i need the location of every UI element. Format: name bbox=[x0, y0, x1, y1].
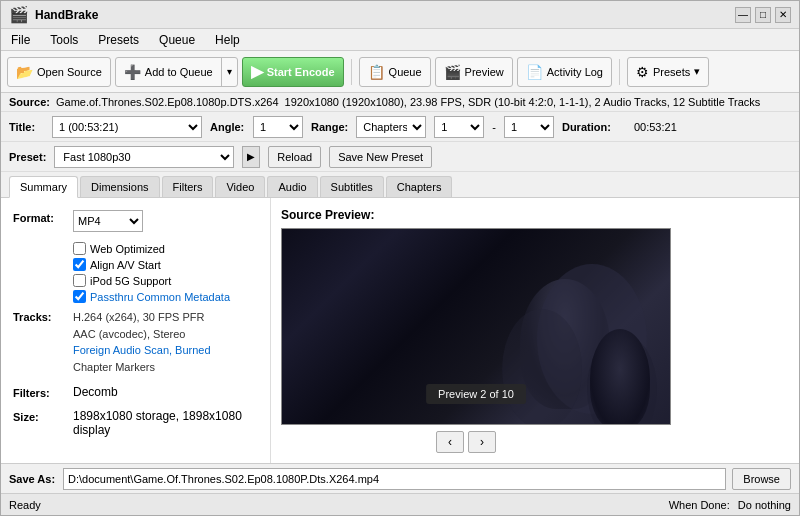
preview-label-btn: Preview bbox=[465, 66, 504, 78]
align-av-label: Align A/V Start bbox=[90, 259, 161, 271]
format-row: Format: MP4 bbox=[13, 210, 258, 232]
save-as-input[interactable] bbox=[63, 468, 726, 490]
activity-log-icon: 📄 bbox=[526, 64, 543, 80]
source-info: Source: Game.of.Thrones.S02.Ep08.1080p.D… bbox=[1, 93, 799, 112]
filters-label: Filters: bbox=[13, 385, 65, 399]
options-group: Web Optimized Align A/V Start iPod 5G Su… bbox=[73, 242, 258, 303]
angle-select[interactable]: 1 bbox=[253, 116, 303, 138]
tab-chapters[interactable]: Chapters bbox=[386, 176, 453, 197]
menu-tools[interactable]: Tools bbox=[44, 31, 84, 49]
presets-dropdown-icon: ▾ bbox=[694, 65, 700, 78]
preview-button[interactable]: 🎬 Preview bbox=[435, 57, 513, 87]
preset-row: Preset: Fast 1080p30 ▶ Reload Save New P… bbox=[1, 142, 799, 172]
title-select[interactable]: 1 (00:53:21) bbox=[52, 116, 202, 138]
menu-queue[interactable]: Queue bbox=[153, 31, 201, 49]
format-content: MP4 bbox=[73, 210, 258, 232]
preview-next-button[interactable]: › bbox=[468, 431, 496, 453]
left-panel: Format: MP4 Web Optimized Align A/V Star… bbox=[1, 198, 271, 463]
add-to-queue-button[interactable]: ➕ Add to Queue ▾ bbox=[115, 57, 238, 87]
chapter-range-separator: - bbox=[492, 121, 496, 133]
title-bar: 🎬 HandBrake — □ ✕ bbox=[1, 1, 799, 29]
tab-filters[interactable]: Filters bbox=[162, 176, 214, 197]
presets-button[interactable]: ⚙ Presets ▾ bbox=[627, 57, 709, 87]
svg-point-2 bbox=[502, 309, 582, 424]
web-optimized-row: Web Optimized bbox=[73, 242, 258, 255]
toolbar-separator-2 bbox=[619, 59, 620, 85]
source-filename: Game.of.Thrones.S02.Ep08.1080p.DTS.x264 bbox=[56, 96, 279, 108]
add-to-queue-main[interactable]: ➕ Add to Queue bbox=[116, 58, 222, 86]
track-line-3: Foreign Audio Scan, Burned bbox=[73, 342, 258, 359]
format-select[interactable]: MP4 bbox=[73, 210, 143, 232]
minimize-button[interactable]: — bbox=[735, 7, 751, 23]
status-bar: Ready When Done: Do nothing bbox=[1, 493, 799, 515]
main-content: Format: MP4 Web Optimized Align A/V Star… bbox=[1, 198, 799, 463]
preset-select[interactable]: Fast 1080p30 bbox=[54, 146, 234, 168]
align-av-checkbox[interactable] bbox=[73, 258, 86, 271]
chapter-to-select[interactable]: 1 bbox=[504, 116, 554, 138]
right-panel: Source Preview: Preview 2 of 10 ‹ › bbox=[271, 198, 799, 463]
filters-content: Decomb bbox=[73, 385, 258, 399]
reload-button[interactable]: Reload bbox=[268, 146, 321, 168]
track-line-1: H.264 (x264), 30 FPS PFR bbox=[73, 309, 258, 326]
web-optimized-checkbox[interactable] bbox=[73, 242, 86, 255]
open-source-label: Open Source bbox=[37, 66, 102, 78]
tracks-label: Tracks: bbox=[13, 309, 65, 323]
tab-dimensions[interactable]: Dimensions bbox=[80, 176, 159, 197]
ipod-5g-checkbox[interactable] bbox=[73, 274, 86, 287]
passthru-checkbox[interactable] bbox=[73, 290, 86, 303]
add-to-queue-label: Add to Queue bbox=[145, 66, 213, 78]
status-bar-right: When Done: Do nothing bbox=[669, 499, 791, 511]
size-row: Size: 1898x1080 storage, 1898x1080 displ… bbox=[13, 409, 258, 437]
open-source-button[interactable]: 📂 Open Source bbox=[7, 57, 111, 87]
open-source-icon: 📂 bbox=[16, 64, 33, 80]
preview-prev-button[interactable]: ‹ bbox=[436, 431, 464, 453]
passthru-label: Passthru Common Metadata bbox=[90, 291, 230, 303]
duration-label: Duration: bbox=[562, 121, 622, 133]
range-select[interactable]: Chapters bbox=[356, 116, 426, 138]
save-new-preset-button[interactable]: Save New Preset bbox=[329, 146, 432, 168]
start-encode-button[interactable]: ▶ Start Encode bbox=[242, 57, 344, 87]
preview-controls: ‹ › bbox=[436, 431, 496, 453]
menu-help[interactable]: Help bbox=[209, 31, 246, 49]
activity-log-button[interactable]: 📄 Activity Log bbox=[517, 57, 612, 87]
close-button[interactable]: ✕ bbox=[775, 7, 791, 23]
ipod-5g-row: iPod 5G Support bbox=[73, 274, 258, 287]
track-line-2: AAC (avcodec), Stereo bbox=[73, 326, 258, 343]
source-label: Source: bbox=[9, 96, 50, 108]
preset-arrow-button[interactable]: ▶ bbox=[242, 146, 260, 168]
start-icon: ▶ bbox=[251, 62, 263, 81]
tab-audio[interactable]: Audio bbox=[267, 176, 317, 197]
save-bar: Save As: Browse bbox=[1, 463, 799, 493]
tab-subtitles[interactable]: Subtitles bbox=[320, 176, 384, 197]
size-value: 1898x1080 storage, 1898x1080 display bbox=[73, 409, 242, 437]
activity-log-label: Activity Log bbox=[547, 66, 603, 78]
add-to-queue-dropdown[interactable]: ▾ bbox=[222, 58, 237, 86]
passthru-row: Passthru Common Metadata bbox=[73, 290, 258, 303]
menu-file[interactable]: File bbox=[5, 31, 36, 49]
presets-label: Presets bbox=[653, 66, 690, 78]
preview-icon: 🎬 bbox=[444, 64, 461, 80]
range-label: Range: bbox=[311, 121, 348, 133]
title-label: Title: bbox=[9, 121, 44, 133]
ipod-5g-label: iPod 5G Support bbox=[90, 275, 171, 287]
preview-container: Preview 2 of 10 bbox=[281, 228, 671, 425]
tab-video[interactable]: Video bbox=[215, 176, 265, 197]
queue-icon: 📋 bbox=[368, 64, 385, 80]
tab-summary[interactable]: Summary bbox=[9, 176, 78, 198]
window-controls: — □ ✕ bbox=[735, 7, 791, 23]
align-av-row: Align A/V Start bbox=[73, 258, 258, 271]
format-label: Format: bbox=[13, 210, 65, 224]
queue-button[interactable]: 📋 Queue bbox=[359, 57, 431, 87]
web-optimized-label: Web Optimized bbox=[90, 243, 165, 255]
status-text: Ready bbox=[9, 499, 41, 511]
app-title: HandBrake bbox=[35, 8, 98, 22]
maximize-button[interactable]: □ bbox=[755, 7, 771, 23]
chapter-from-select[interactable]: 1 bbox=[434, 116, 484, 138]
queue-add-icon: ➕ bbox=[124, 64, 141, 80]
browse-button[interactable]: Browse bbox=[732, 468, 791, 490]
start-encode-label: Start Encode bbox=[267, 66, 335, 78]
queue-label: Queue bbox=[389, 66, 422, 78]
presets-icon: ⚙ bbox=[636, 64, 649, 80]
menu-presets[interactable]: Presets bbox=[92, 31, 145, 49]
tabs-bar: Summary Dimensions Filters Video Audio S… bbox=[1, 172, 799, 198]
